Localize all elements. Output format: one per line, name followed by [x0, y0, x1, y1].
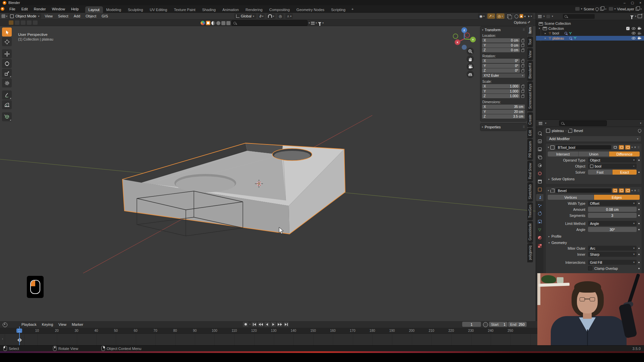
lock-icon[interactable]	[521, 40, 524, 42]
timeline-menu-item[interactable]: Marker	[69, 322, 86, 326]
tool-setting-icon[interactable]	[21, 20, 25, 25]
workspace-tab[interactable]: Geometry Nodes	[293, 6, 328, 13]
hide-eye-icon[interactable]	[632, 32, 636, 35]
modifier-name-field[interactable]: BTool_bool	[556, 145, 611, 149]
animate-dot[interactable]	[638, 262, 640, 263]
animate-dot[interactable]	[638, 160, 640, 161]
object-tab[interactable]	[536, 186, 543, 193]
particles-tab[interactable]	[536, 202, 543, 209]
dimension-field[interactable]: Y20 cm	[482, 110, 525, 114]
new-collection-icon[interactable]	[638, 14, 642, 18]
render-toggle[interactable]	[625, 188, 630, 193]
tray-object[interactable]	[122, 143, 345, 234]
scene-selector[interactable]: ▾ Scene ×	[575, 7, 606, 11]
viewport-3d[interactable]: User Perspective (1) Collection | platea…	[0, 26, 536, 321]
dimension-field[interactable]: X35 cm	[482, 105, 525, 109]
chevron-down-icon[interactable]: ▾	[322, 21, 324, 24]
workspace-tab[interactable]: Modeling	[103, 6, 125, 13]
blenderkit-brushes-icon[interactable]	[226, 21, 230, 25]
chevron-down-icon[interactable]: ▾	[640, 122, 641, 125]
mode-dropdown[interactable]: Object Mode ▾	[8, 13, 41, 19]
gizmos-toggle[interactable]: ↗▾	[487, 13, 495, 19]
sidebar-tab[interactable]: Screencast Keys	[527, 81, 533, 111]
blender-menu-icon[interactable]	[1, 7, 4, 11]
lock-icon[interactable]	[521, 49, 524, 52]
edit-mode-toggle[interactable]	[612, 188, 618, 193]
viewport-menu-item[interactable]: View	[42, 14, 55, 18]
workspace-tab[interactable]: Sculpting	[124, 6, 146, 13]
menu-item[interactable]: Edit	[18, 7, 31, 11]
timeline-menu-item[interactable]: Keying	[39, 322, 56, 326]
show-gizmo-dropdown[interactable]: ◉▾	[478, 13, 486, 19]
close-icon[interactable]: ×	[639, 1, 641, 5]
xray-toggle[interactable]	[506, 13, 512, 19]
collapse-icon[interactable]: ▾	[548, 146, 549, 149]
list-display-icon[interactable]	[311, 21, 315, 25]
animate-dot[interactable]	[638, 209, 640, 210]
menu-item[interactable]: Help	[68, 7, 82, 11]
realtime-toggle[interactable]	[619, 145, 624, 149]
realtime-toggle[interactable]	[619, 188, 624, 193]
sidebar-tab[interactable]: polygoniq	[527, 243, 533, 262]
workspace-tab[interactable]: Animation	[219, 6, 242, 13]
hide-eye-icon[interactable]	[632, 27, 636, 30]
breadcrumb-object[interactable]: plateau	[552, 129, 564, 133]
properties-search-input[interactable]	[559, 120, 607, 126]
scene-tab[interactable]	[536, 162, 543, 169]
camera-view-button[interactable]	[467, 63, 474, 70]
blenderkit-search-input[interactable]	[231, 20, 308, 26]
play-reverse-button[interactable]	[264, 322, 270, 327]
segment-button[interactable]: Union	[579, 152, 609, 157]
segment-button[interactable]: Edges	[594, 195, 640, 200]
constraints-tab[interactable]	[536, 218, 543, 225]
chevron-down-icon[interactable]: ▾	[552, 15, 553, 18]
material-tab[interactable]	[536, 234, 543, 241]
transform-panel-title[interactable]: Transform	[485, 28, 500, 32]
editor-type-icon[interactable]	[539, 122, 542, 125]
end-frame-field[interactable]: End250	[508, 322, 527, 327]
chevron-down-icon[interactable]: ▾	[545, 122, 546, 125]
segment-button[interactable]: Intersect	[548, 152, 579, 157]
chevron-down-icon[interactable]: ▾	[316, 21, 317, 24]
sidebar-tab[interactable]: Item	[527, 25, 533, 36]
menu-item[interactable]: File	[6, 7, 18, 11]
zoom-button[interactable]	[467, 48, 474, 55]
render-camera-disabled-icon[interactable]	[638, 32, 641, 35]
render-camera-icon[interactable]	[638, 27, 641, 30]
animate-dot[interactable]	[638, 215, 640, 216]
proportional-falloff-dropdown[interactable]: ∧▾	[285, 13, 293, 19]
cursor-tool[interactable]	[2, 37, 12, 46]
material-shading-icon[interactable]: ◐	[524, 14, 527, 18]
active-tool-icon[interactable]	[9, 20, 13, 25]
collection-checkbox[interactable]: ✓	[626, 27, 630, 30]
copy-viewlayer-icon[interactable]	[636, 7, 639, 11]
profile-section[interactable]: ▸Profile	[548, 234, 640, 238]
display-mode-icon[interactable]	[538, 15, 542, 18]
chevron-down-icon[interactable]: ▾	[543, 15, 545, 18]
animate-dot[interactable]	[638, 223, 640, 224]
lock-icon[interactable]	[521, 90, 524, 93]
tool-tab[interactable]	[536, 130, 543, 137]
workspace-tab[interactable]: Layout	[85, 6, 103, 13]
workspace-tab[interactable]: Rendering	[242, 6, 266, 13]
outliner-search-input[interactable]	[563, 14, 595, 19]
chevron-down-icon[interactable]: ▾	[531, 15, 532, 18]
geometry-section[interactable]: ▾Geometry	[548, 241, 640, 245]
segment-button[interactable]: Difference	[609, 152, 640, 157]
scale-tool[interactable]	[2, 69, 12, 78]
disclosure-icon[interactable]: ▸	[545, 32, 547, 35]
panel-grip-icon[interactable]: ⠿	[523, 125, 525, 129]
annotate-tool[interactable]	[2, 90, 12, 100]
sidebar-tab[interactable]: Tool	[527, 37, 533, 47]
workspace-tab[interactable]: UV Editing	[146, 6, 170, 13]
location-field[interactable]: Y0 cm	[482, 43, 520, 48]
chevron-down-icon[interactable]: ▾	[309, 21, 310, 24]
limit-method-dropdown[interactable]: Angle▾	[588, 221, 637, 226]
disclosure-icon[interactable]: ▸	[545, 37, 547, 40]
filter-icon[interactable]	[318, 22, 321, 24]
delete-scene-icon[interactable]: ×	[605, 7, 606, 11]
object-data-tab[interactable]: ▽	[536, 226, 543, 233]
blenderkit-models-icon[interactable]	[206, 21, 210, 25]
outliner-row-bool[interactable]: ▸ ▽ bool	[536, 31, 644, 36]
channel-collapse-icon[interactable]: ‹	[2, 337, 3, 341]
